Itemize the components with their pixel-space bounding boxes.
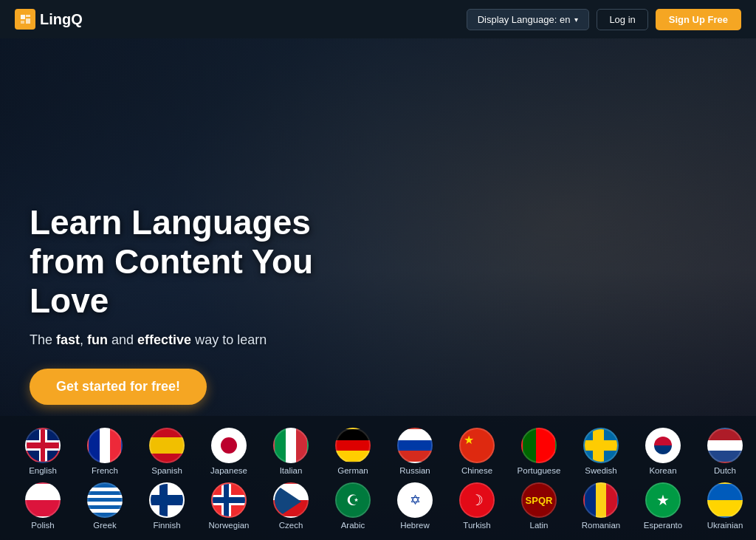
lang-item-portuguese[interactable]: Portuguese — [511, 428, 567, 475]
flag-japanese — [211, 428, 247, 463]
subtitle-and: and — [108, 332, 137, 347]
flag-french — [87, 428, 123, 463]
lang-name-polish: Polish — [31, 521, 54, 530]
display-language-label: Display Language: en — [478, 14, 571, 25]
lang-item-russian[interactable]: Russian — [387, 428, 443, 475]
signup-button[interactable]: Sign Up Free — [656, 9, 741, 30]
lang-name-japanese: Japanese — [210, 466, 247, 475]
lang-name-finnish: Finnish — [153, 521, 180, 530]
flag-swedish — [583, 428, 619, 463]
lang-name-italian: Italian — [280, 466, 303, 475]
subtitle-fast: fast — [56, 332, 80, 347]
chevron-down-icon: ▾ — [574, 16, 578, 24]
lang-item-ukrainian[interactable]: Ukrainian — [697, 482, 753, 530]
subtitle-mid: , — [80, 332, 87, 347]
subtitle-fun: fun — [87, 332, 108, 347]
lang-name-russian: Russian — [399, 466, 430, 475]
lang-name-greek: Greek — [93, 521, 116, 530]
lang-item-japanese[interactable]: Japanese — [201, 428, 257, 475]
lang-name-ukrainian: Ukrainian — [707, 521, 743, 530]
lang-name-romanian: Romanian — [582, 521, 620, 530]
lang-name-hebrew: Hebrew — [400, 521, 430, 530]
lang-item-turkish[interactable]: ☽ Turkish — [449, 482, 505, 530]
lang-item-german[interactable]: German — [325, 428, 381, 475]
flag-greek — [87, 482, 123, 518]
flag-chinese: ★ — [459, 428, 495, 463]
flag-italian — [273, 428, 309, 463]
lang-item-french[interactable]: French — [77, 428, 133, 475]
lang-name-arabic: Arabic — [341, 521, 365, 530]
flag-hebrew: ✡ — [397, 482, 433, 518]
languages-section: EnglishFrenchSpanish JapaneseItalianGerm… — [0, 416, 756, 540]
hero-content: Learn Languages from Content You Love Th… — [30, 203, 384, 405]
lang-name-english: English — [29, 466, 57, 475]
lang-item-finnish[interactable]: Finnish — [139, 482, 195, 530]
lang-name-spanish: Spanish — [151, 466, 182, 475]
lang-name-norwegian: Norwegian — [209, 521, 250, 530]
lang-item-chinese[interactable]: ★ Chinese — [449, 428, 505, 475]
lang-item-greek[interactable]: Greek — [77, 482, 133, 530]
flag-esperanto: ★ — [645, 482, 681, 518]
flag-romanian — [583, 482, 619, 518]
cta-button[interactable]: Get started for free! — [30, 369, 207, 405]
lang-name-esperanto: Esperanto — [644, 521, 682, 530]
languages-row-2: PolishGreek Finnish Norwegian Czech ☪ Ar… — [15, 482, 741, 530]
lang-name-turkish: Turkish — [463, 521, 490, 530]
lang-item-romanian[interactable]: Romanian — [573, 482, 629, 530]
lang-name-dutch: Dutch — [714, 466, 736, 475]
lang-item-spanish[interactable]: Spanish — [139, 428, 195, 475]
lang-name-swedish: Swedish — [585, 466, 616, 475]
lang-item-dutch[interactable]: Dutch — [697, 428, 753, 475]
lang-item-czech[interactable]: Czech — [263, 482, 319, 530]
hero-title: Learn Languages from Content You Love — [30, 203, 384, 321]
flag-dutch — [707, 428, 743, 463]
flag-ukrainian — [707, 482, 743, 518]
flag-english — [25, 428, 61, 463]
flag-german — [335, 428, 371, 463]
flag-czech — [273, 482, 309, 518]
lang-item-italian[interactable]: Italian — [263, 428, 319, 475]
logo-icon — [15, 9, 35, 30]
lang-item-arabic[interactable]: ☪ Arabic — [325, 482, 381, 530]
lang-item-polish[interactable]: Polish — [15, 482, 71, 530]
header: LingQ Display Language: en ▾ Log in Sign… — [0, 0, 756, 38]
lang-item-esperanto[interactable]: ★ Esperanto — [635, 482, 691, 530]
lang-name-german: German — [337, 466, 368, 475]
flag-finnish — [149, 482, 185, 518]
lang-name-portuguese: Portuguese — [518, 466, 561, 475]
flag-polish — [25, 482, 61, 518]
flag-turkish: ☽ — [459, 482, 495, 518]
header-actions: Display Language: en ▾ Log in Sign Up Fr… — [467, 9, 741, 30]
login-button[interactable]: Log in — [597, 9, 647, 30]
flag-latin: SPQR — [521, 482, 557, 518]
subtitle-suffix: way to learn — [191, 332, 267, 347]
display-language-button[interactable]: Display Language: en ▾ — [467, 9, 590, 30]
lang-name-latin: Latin — [530, 521, 549, 530]
subtitle-prefix: The — [30, 332, 56, 347]
lang-item-norwegian[interactable]: Norwegian — [201, 482, 257, 530]
flag-arabic: ☪ — [335, 482, 371, 518]
hero-subtitle: The fast, fun and effective way to learn — [30, 332, 384, 348]
subtitle-effective: effective — [137, 332, 191, 347]
flag-russian — [397, 428, 433, 463]
flag-spanish — [149, 428, 185, 463]
logo[interactable]: LingQ — [15, 9, 83, 30]
lang-item-english[interactable]: English — [15, 428, 71, 475]
lang-name-french: French — [92, 466, 118, 475]
flag-norwegian — [211, 482, 247, 518]
lang-item-swedish[interactable]: Swedish — [573, 428, 629, 475]
flag-korean — [645, 428, 681, 463]
lang-item-latin[interactable]: SPQR Latin — [511, 482, 567, 530]
languages-row-1: EnglishFrenchSpanish JapaneseItalianGerm… — [15, 428, 741, 475]
lang-name-korean: Korean — [649, 466, 676, 475]
lang-item-hebrew[interactable]: ✡ Hebrew — [387, 482, 443, 530]
flag-portuguese — [521, 428, 557, 463]
languages-grid: EnglishFrenchSpanish JapaneseItalianGerm… — [15, 428, 741, 530]
lang-name-chinese: Chinese — [461, 466, 492, 475]
lang-item-korean[interactable]: Korean — [635, 428, 691, 475]
logo-text: LingQ — [40, 11, 83, 28]
lang-name-czech: Czech — [279, 521, 303, 530]
